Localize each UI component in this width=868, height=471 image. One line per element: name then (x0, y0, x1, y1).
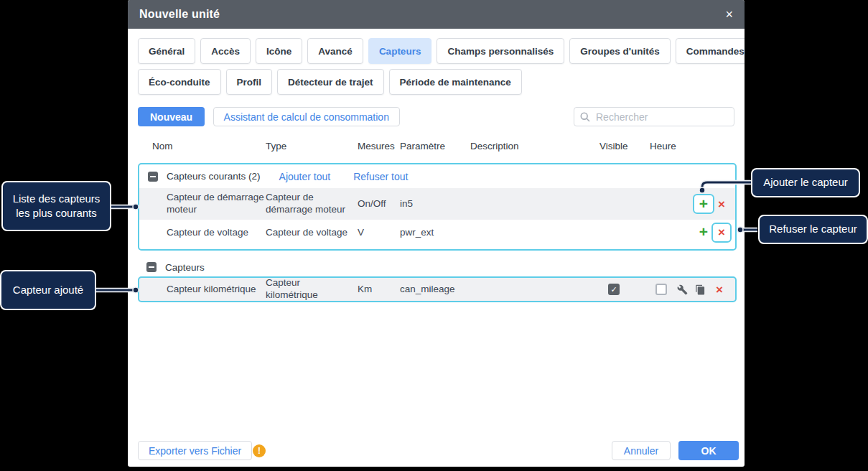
new-unit-dialog: Nouvelle unité × Général Accès Icône Ava… (128, 0, 745, 467)
dialog-title: Nouvelle unité (139, 8, 220, 21)
tab-profil[interactable]: Profil (226, 69, 273, 95)
col-header-parametre: Paramètre (400, 141, 445, 151)
dialog-titlebar: Nouvelle unité × (128, 0, 745, 29)
tab-acces[interactable]: Accès (200, 38, 251, 64)
col-header-heure: Heure (650, 141, 676, 151)
tab-avance[interactable]: Avancé (307, 38, 363, 64)
delete-sensor-button[interactable]: × (714, 284, 725, 295)
close-icon[interactable]: × (725, 8, 733, 21)
plus-icon: + (699, 196, 708, 211)
group-title: Capteurs (165, 262, 205, 273)
reject-x-icon: × (718, 226, 725, 238)
cell-parametre: in5 (400, 198, 468, 210)
tab-periode-maintenance[interactable]: Période de maintenance (389, 69, 522, 95)
cell-mesures: On/Off (358, 198, 397, 210)
reject-x-icon: × (718, 198, 725, 210)
new-sensor-button[interactable]: Nouveau (138, 107, 205, 126)
col-header-description: Description (470, 141, 519, 151)
tab-icone[interactable]: Icône (256, 38, 302, 64)
warning-icon: ! (253, 444, 266, 457)
table-row-engine-start-sensor: Capteur de démarrage moteur Capteur de d… (139, 188, 735, 220)
reject-sensor-button[interactable]: × (711, 194, 732, 214)
cell-type: Capteur de voltage (266, 226, 353, 238)
visible-checkbox-checked[interactable]: ✓ (608, 284, 620, 295)
cell-parametre: can_mileage (400, 284, 468, 296)
tab-general[interactable]: Général (138, 38, 195, 64)
cell-type: Capteur kilométrique (266, 277, 353, 302)
sensors-group-header: Capteurs (138, 259, 205, 275)
consumption-assistant-button[interactable]: Assistant de calcul de consommation (213, 107, 400, 126)
tab-groupes-unites[interactable]: Groupes d'unités (569, 38, 670, 64)
col-header-nom: Nom (152, 141, 173, 151)
ok-button[interactable]: OK (678, 441, 739, 460)
heure-checkbox-unchecked[interactable] (655, 284, 667, 295)
delete-x-icon: × (716, 284, 723, 296)
callout-reject-sensor: Refuser le capteur (758, 215, 868, 244)
search-box (574, 107, 734, 126)
tab-eco-conduite[interactable]: Éco-conduite (138, 69, 221, 95)
table-row-voltage-sensor: Capteur de voltage Capteur de voltage V … (139, 220, 735, 245)
cancel-button[interactable]: Annuler (612, 441, 671, 460)
cell-parametre: pwr_ext (400, 226, 468, 238)
check-icon: ✓ (610, 285, 617, 294)
cell-mesures: Km (358, 284, 397, 296)
screenshot-stage: Nouvelle unité × Général Accès Icône Ava… (0, 0, 868, 471)
callout-added-sensor: Capteur ajouté (0, 270, 96, 310)
collapse-minus-icon[interactable] (146, 262, 157, 272)
tab-row-2: Éco-conduite Profil Détecteur de trajet … (138, 69, 522, 95)
common-sensors-group-header: Capteurs courants (2) Ajouter tout Refus… (139, 164, 735, 188)
col-header-type: Type (266, 141, 286, 151)
col-header-mesures: Mesures (358, 141, 395, 151)
tab-detecteur-trajet[interactable]: Détecteur de trajet (277, 69, 384, 95)
reject-all-link[interactable]: Refuser tout (353, 171, 408, 182)
callout-add-sensor: Ajouter le capteur (751, 168, 860, 197)
added-sensor-row-box: Capteur kilométrique Capteur kilométriqu… (138, 276, 737, 302)
callout-common-sensors-list: Liste des capteurs les plus courants (1, 181, 111, 231)
export-to-file-button[interactable]: Exporter vers Fichier (138, 441, 252, 460)
col-header-visible: Visible (599, 141, 628, 151)
table-row-mileage-sensor: Capteur kilométrique Capteur kilométriqu… (139, 278, 735, 301)
tab-capteurs[interactable]: Capteurs (368, 38, 432, 64)
copy-icon[interactable] (694, 284, 706, 295)
cell-type: Capteur de démarrage moteur (266, 192, 353, 216)
collapse-minus-icon[interactable] (148, 172, 158, 182)
dialog-footer: Exporter vers Fichier ! Annuler OK (138, 441, 734, 461)
cell-mesures: V (358, 226, 397, 238)
group-title: Capteurs courants (2) (167, 171, 261, 182)
search-input[interactable] (574, 107, 734, 126)
cell-nom: Capteur kilométrique (167, 284, 269, 296)
tab-champs-personnalises[interactable]: Champs personnalisés (437, 38, 564, 64)
plus-icon: + (699, 224, 708, 239)
tab-row-1: Général Accès Icône Avancé Capteurs Cham… (138, 38, 745, 64)
add-all-link[interactable]: Ajouter tout (279, 171, 331, 182)
table-header-row: Nom Type Mesures Paramètre Description V… (138, 141, 737, 157)
wrench-icon[interactable] (676, 284, 688, 295)
cell-nom: Capteur de démarrage moteur (167, 192, 269, 216)
tab-commandes[interactable]: Commandes (676, 38, 745, 64)
reject-sensor-button[interactable]: × (711, 223, 732, 243)
sensors-toolbar: Nouveau Assistant de calcul de consommat… (138, 107, 734, 127)
common-sensors-group: Capteurs courants (2) Ajouter tout Refus… (138, 163, 737, 251)
cell-nom: Capteur de voltage (167, 226, 269, 238)
